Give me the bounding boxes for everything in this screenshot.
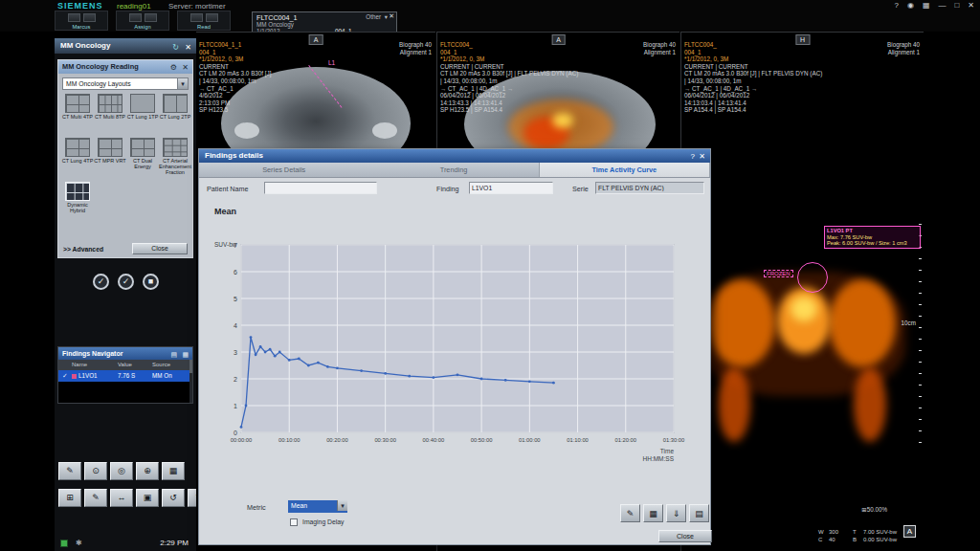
viewport-coronal-fusion[interactable]: H FROZEN L1VO1 PT Max: 7.76 SUV-bw Peak:…: [680, 32, 924, 551]
findings-scrollbar[interactable]: [189, 360, 192, 403]
minimize-icon[interactable]: —: [938, 1, 946, 10]
layout-thumb-ct-multi-8tp[interactable]: CT Multi 8TP: [94, 94, 126, 138]
tool-button[interactable]: ◎: [110, 462, 133, 480]
pet-iliac-right: [829, 279, 896, 367]
layout-thumb-ct-dual-energy[interactable]: CT Dual Energy: [126, 138, 159, 182]
window-value: 300: [829, 529, 850, 537]
roi-circle[interactable]: [797, 262, 828, 293]
data-table-button[interactable]: ▦: [643, 504, 663, 522]
finding-field[interactable]: [469, 182, 553, 194]
finding-source: MM On: [152, 370, 192, 382]
finding-label: Finding: [436, 185, 459, 193]
layout-thumb-ct-lung-2tp[interactable]: CT Lung 2TP: [159, 94, 191, 138]
help-icon[interactable]: ?: [894, 1, 898, 10]
tool-button[interactable]: ⊞: [58, 489, 81, 507]
tab-trending[interactable]: Trending: [368, 163, 538, 177]
roi-annotation[interactable]: L1VO1 PT Max: 7.76 SUV-bw Peak: 6.00 SUV…: [824, 226, 921, 249]
column-name[interactable]: Name: [72, 360, 118, 370]
svg-text:6: 6: [234, 269, 237, 276]
overlay-line: 004_1: [199, 49, 271, 56]
layout-preview: [98, 94, 122, 113]
layouts-dropdown[interactable]: MM Oncology Layouts ▾: [62, 77, 189, 90]
tool-icon: [206, 13, 218, 22]
tool-button[interactable]: ▦: [162, 462, 185, 480]
metric-dropdown[interactable]: Mean ▾: [288, 500, 347, 513]
tool-button[interactable]: ✎: [84, 489, 107, 507]
tool-icon: [83, 13, 96, 22]
layout-thumb-dynamic-hybrid[interactable]: Dynamic Hybrid: [61, 182, 94, 226]
tool-icon: [68, 13, 80, 22]
tab-series-details[interactable]: Series Details: [199, 163, 368, 177]
refresh-icon[interactable]: ↻: [172, 40, 179, 55]
workflow-toolbar: Marcus Assign Read: [55, 11, 231, 31]
maximize-icon[interactable]: □: [954, 1, 959, 10]
busy-icon: ✱: [76, 539, 82, 547]
toolbar-group-label: Read: [178, 24, 230, 30]
apps-grid-icon[interactable]: ▦: [923, 1, 930, 10]
dialog-title-bar[interactable]: Findings details ? ✕: [199, 149, 710, 163]
imaging-delay-checkbox[interactable]: [290, 518, 298, 526]
layout-thumb-ct-lung-4tp[interactable]: CT Lung 4TP: [61, 138, 94, 182]
toolbar-group-marcus[interactable]: Marcus: [55, 11, 108, 31]
annotation-label[interactable]: L1: [328, 59, 335, 66]
dialog-close-button[interactable]: Close: [658, 530, 712, 542]
patient-name-field[interactable]: [264, 182, 377, 194]
user-icon[interactable]: ◉: [907, 1, 914, 10]
column-source[interactable]: Source: [152, 360, 192, 370]
close-icon[interactable]: ✕: [699, 150, 705, 164]
edit-chart-button[interactable]: ✎: [620, 504, 640, 522]
close-icon[interactable]: ✕: [182, 61, 189, 75]
tool-button[interactable]: ⊕: [136, 462, 159, 480]
report-button[interactable]: ▤: [689, 504, 709, 522]
close-icon[interactable]: ✕: [389, 12, 394, 20]
tool-button[interactable]: ⊙: [84, 462, 107, 480]
serie-field[interactable]: [595, 182, 704, 194]
accept-button[interactable]: ✓: [93, 274, 109, 290]
accept-all-button[interactable]: ✓: [118, 274, 134, 290]
list-view-icon[interactable]: ▤: [170, 348, 177, 361]
grid-view-icon[interactable]: ▦: [182, 348, 189, 361]
tool-button[interactable]: ↺: [162, 489, 185, 507]
overlay-line: 06/04/2012 | 06/04/2012: [440, 92, 578, 99]
close-icon[interactable]: ✕: [968, 1, 974, 10]
row-check-icon[interactable]: ✓: [58, 370, 72, 382]
bottom-threshold-value: 0.00 SUV-bw: [863, 537, 897, 544]
advanced-link[interactable]: >> Advanced: [63, 246, 103, 253]
stop-button[interactable]: ■: [143, 274, 159, 290]
layout-thumb-ct-mpr-vrt[interactable]: CT MPR VRT: [94, 138, 126, 182]
help-icon[interactable]: ?: [691, 150, 695, 164]
chevron-down-icon[interactable]: ▾: [177, 78, 188, 89]
export-button[interactable]: ⇓: [666, 504, 686, 522]
layout-thumb-ct-arterial-enhancement[interactable]: CT Arterial Enhancement Fraction: [159, 138, 191, 182]
chevron-down-icon[interactable]: ▾: [385, 13, 388, 20]
layout-label: CT Dual Energy: [126, 158, 159, 169]
column-value[interactable]: Value: [118, 360, 152, 370]
time-activity-chart: 0123456700:00:0000:10:0000:20:0000:30:00…: [212, 237, 699, 474]
layout-thumb-ct-lung-1tp[interactable]: CT Lung 1TP: [126, 94, 159, 138]
layout-preview: [65, 94, 90, 113]
overlay-line: SP A154.4 | SP A154.4: [684, 106, 822, 114]
tab-time-activity-curve[interactable]: Time Activity Curve: [539, 163, 710, 177]
metric-label: Metric: [247, 503, 266, 512]
svg-text:00:00:00: 00:00:00: [231, 437, 253, 443]
tool-button[interactable]: ↔: [110, 489, 133, 507]
overlay-line: Alignment 1: [887, 49, 920, 56]
layout-preview: [65, 182, 90, 201]
tool-button[interactable]: ▣: [136, 489, 159, 507]
finding-name: L1VO1: [78, 372, 98, 379]
tool-button[interactable]: ✎: [58, 462, 81, 480]
roi-max: Max: 7.76 SUV-bw: [827, 234, 918, 241]
overlay-line: CT LM 20 mAs 3.0 B30f [J] | FLT PELVIS D…: [440, 70, 578, 77]
toolbar-group-assign[interactable]: Assign: [116, 11, 169, 31]
toolbar-group-read[interactable]: Read: [177, 11, 231, 31]
overlay-line: SP H123.5: [199, 106, 271, 114]
findings-table-row[interactable]: ✓ L1VO1 7.76 S MM On: [58, 370, 192, 382]
overlay-line: | 14/33, 00:08:00, 1m: [199, 77, 271, 85]
layout-thumb-ct-multi-4tp[interactable]: CT Multi 4TP: [61, 94, 94, 138]
layouts-close-button[interactable]: Close: [132, 243, 188, 254]
svg-text:00:10:00: 00:10:00: [278, 437, 301, 443]
close-icon[interactable]: ✕: [185, 40, 191, 55]
tools-icon[interactable]: ⚙: [170, 61, 177, 75]
chevron-down-icon[interactable]: ▾: [337, 500, 347, 511]
overlay-line: | 14/33, 00:08:00, 1m: [684, 77, 822, 85]
